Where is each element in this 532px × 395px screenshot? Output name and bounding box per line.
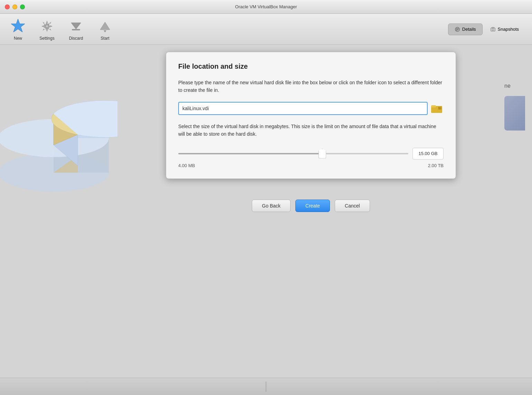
file-input-row — [178, 102, 444, 115]
settings-icon — [39, 18, 55, 35]
snapshots-tab-label: Snapshots — [498, 27, 519, 32]
start-toolbar-button[interactable]: Start — [91, 15, 120, 44]
snapshots-tab[interactable]: Snapshots — [484, 23, 525, 35]
slider-row: 15.00 GB — [178, 148, 444, 160]
slider-max-label: 2.00 TB — [428, 163, 444, 168]
toolbar-right: Details Snapshots — [448, 23, 525, 35]
minimize-button[interactable] — [12, 4, 17, 9]
file-path-input[interactable] — [178, 102, 428, 115]
toolbar: New — [0, 14, 532, 45]
main-content: File location and size Please type the n… — [0, 45, 532, 378]
folder-icon — [431, 103, 443, 114]
svg-rect-18 — [456, 28, 459, 29]
slider-min-label: 4.00 MB — [178, 163, 195, 168]
slider-labels: 4.00 MB 2.00 TB — [178, 163, 444, 168]
svg-rect-19 — [456, 29, 459, 30]
size-display: 15.00 GB — [412, 148, 444, 160]
dialog-box: File location and size Please type the n… — [166, 52, 456, 179]
sidebar — [0, 45, 117, 378]
pie-chart — [0, 62, 117, 193]
settings-toolbar-button[interactable]: Settings — [32, 15, 61, 44]
size-slider[interactable] — [178, 153, 408, 154]
close-button[interactable] — [5, 4, 10, 9]
details-tab[interactable]: Details — [448, 23, 483, 35]
svg-rect-14 — [72, 29, 80, 30]
status-bar — [0, 378, 532, 395]
svg-marker-13 — [71, 23, 81, 29]
start-label: Start — [101, 36, 109, 41]
new-icon — [10, 18, 26, 35]
window-controls[interactable] — [5, 4, 25, 9]
svg-marker-16 — [104, 30, 106, 32]
svg-point-22 — [492, 29, 494, 30]
status-divider — [266, 382, 266, 392]
new-label: New — [14, 36, 22, 41]
svg-point-4 — [46, 25, 48, 27]
right-partial: ne — [504, 45, 532, 378]
svg-marker-0 — [11, 19, 25, 32]
discard-icon — [68, 18, 84, 35]
dialog-button-row: Go Back Create Cancel — [252, 193, 370, 219]
mascot-partial — [504, 96, 525, 131]
toolbar-left: New — [3, 15, 120, 44]
center-panel: File location and size Please type the n… — [117, 45, 504, 378]
discard-toolbar-button[interactable]: Discard — [61, 15, 91, 44]
go-back-button[interactable]: Go Back — [252, 200, 291, 212]
svg-point-31 — [439, 107, 440, 108]
svg-marker-15 — [100, 22, 110, 30]
create-button[interactable]: Create — [295, 200, 330, 212]
dialog-title: File location and size — [178, 62, 444, 70]
settings-label: Settings — [39, 36, 54, 41]
maximize-button[interactable] — [20, 4, 25, 9]
size-description: Select the size of the virtual hard disk… — [178, 123, 444, 138]
details-icon — [455, 27, 460, 32]
discard-label: Discard — [69, 36, 83, 41]
svg-rect-21 — [491, 28, 495, 31]
snapshots-icon — [490, 27, 496, 32]
cancel-button[interactable]: Cancel — [335, 200, 370, 212]
folder-browse-button[interactable] — [430, 102, 444, 115]
window-title: Oracle VM VirtualBox Manager — [235, 4, 297, 9]
title-bar: Oracle VM VirtualBox Manager — [0, 0, 532, 14]
start-icon — [97, 18, 113, 35]
right-partial-text: ne — [504, 83, 511, 89]
svg-rect-20 — [456, 30, 458, 31]
file-description: Please type the name of the new virtual … — [178, 79, 444, 94]
new-toolbar-button[interactable]: New — [3, 15, 32, 44]
details-tab-label: Details — [462, 27, 476, 32]
